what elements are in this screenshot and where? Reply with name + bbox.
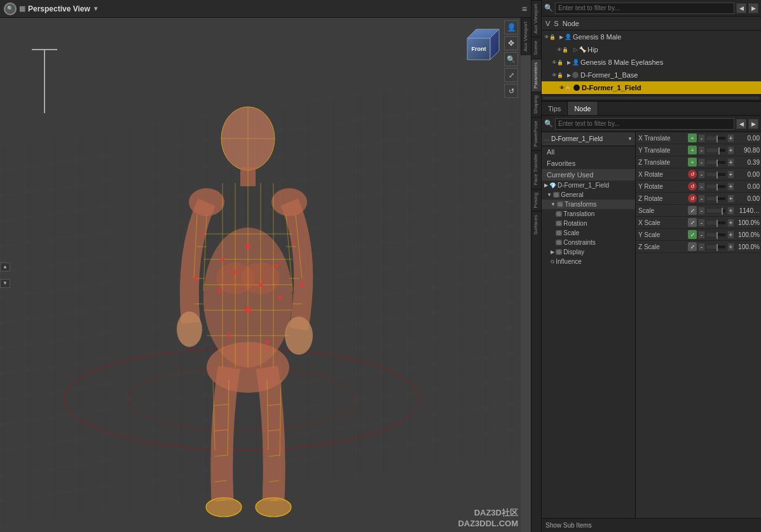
side-tab-aux-viewport[interactable]: Aux Viewport [531, 0, 541, 37]
scene-nav-right[interactable]: ▶ [748, 3, 758, 13]
lens-icon[interactable]: 🔍 [4, 3, 17, 15]
x-rotate-plus[interactable]: + [727, 170, 734, 179]
tree-scale[interactable]: G Scale [542, 228, 635, 238]
tree-root-node[interactable]: ▶ 💎 D-Former_1_Field [542, 181, 635, 190]
scale-label: Scale [637, 207, 687, 214]
y-translate-minus[interactable]: - [698, 146, 705, 154]
params-nav-right[interactable]: ▶ [748, 119, 758, 129]
z-translate-icon: + [688, 158, 697, 167]
tab-node[interactable]: Node [568, 102, 598, 115]
scale-plus[interactable]: + [727, 207, 734, 215]
x-scale-slider[interactable] [706, 221, 726, 225]
z-rotate-slider[interactable] [706, 196, 726, 201]
tree-constraints[interactable]: G Constraints [542, 238, 635, 247]
z-scale-plus[interactable]: + [727, 243, 734, 251]
hip-label: Hip [587, 46, 598, 53]
s-btn[interactable]: S [554, 20, 558, 27]
params-section: 🔍 ◀ ▶ … D-Former_1_Field [542, 116, 761, 532]
x-scale-minus[interactable]: - [698, 219, 705, 227]
vp-tool-search[interactable]: 🔍 [504, 52, 518, 66]
svg-point-56 [233, 270, 237, 274]
cat-currently-used[interactable]: Currently Used [542, 169, 635, 181]
y-rotate-minus[interactable]: - [698, 182, 705, 191]
scale-minus[interactable]: - [698, 207, 705, 215]
params-left-nav: … D-Former_1_Field ▼ All Favorites Curre… [542, 132, 636, 518]
vp-tool-rotate[interactable]: ↺ [504, 84, 518, 98]
y-scale-plus[interactable]: + [727, 231, 734, 239]
cat-favorites[interactable]: Favorites [542, 158, 635, 169]
y-scale-slider[interactable] [706, 233, 726, 237]
main-layout: 🔍 ▦ Perspective View ▼ ≡ Aux Viewport [0, 0, 761, 532]
x-translate-plus[interactable]: + [727, 134, 734, 142]
y-translate-slider[interactable] [706, 148, 726, 153]
x-rotate-slider[interactable] [706, 172, 726, 177]
filter-search-icon: 🔍 [544, 4, 553, 12]
x-translate-minus[interactable]: - [698, 134, 705, 142]
x-translate-slider[interactable] [706, 136, 726, 140]
side-tab-parameters[interactable]: Parameters [531, 58, 541, 92]
y-scale-icon: ⤢ [688, 230, 697, 239]
side-tab-surfaces[interactable]: Surfaces [531, 211, 541, 238]
tree-rotation[interactable]: G Rotation [542, 219, 635, 228]
svg-point-68 [300, 283, 304, 287]
svg-point-59 [227, 334, 231, 338]
scene-node-genesis8male[interactable]: 👁 🔒 ▶ 👤 Genesis 8 Male [542, 31, 761, 43]
v-btn[interactable]: V [545, 20, 550, 27]
scene-node-dformer-base[interactable]: 👁 🔒 ▶ D-Former_1_Base [542, 69, 761, 81]
params-right-panel: X Translate + - + 0.00 [636, 132, 761, 518]
z-scale-value: 100.0% [736, 243, 760, 250]
vsnode-header: V S Node [542, 17, 761, 31]
side-tab-face-transfer[interactable]: Face Transfer [531, 150, 541, 188]
tab-tips[interactable]: Tips [542, 102, 568, 115]
viewport-nav-up[interactable]: ▲ [0, 263, 10, 271]
z-translate-slider[interactable] [706, 160, 726, 165]
show-sub-items-btn[interactable]: Show Sub Items [545, 522, 592, 529]
scene-node-eyelashes[interactable]: 👁 🔒 ▶ 👤 Genesis 8 Male Eyelashes [542, 56, 761, 69]
viewport-menu-icon[interactable]: ≡ [522, 4, 527, 14]
z-translate-minus[interactable]: - [698, 158, 705, 167]
params-content: … D-Former_1_Field ▼ All Favorites Curre… [542, 132, 761, 518]
vp-tool-person[interactable]: 👤 [504, 20, 518, 34]
tree-display[interactable]: ▶ G Display [542, 247, 635, 257]
x-rotate-minus[interactable]: - [698, 170, 705, 179]
tree-transforms[interactable]: ▼ G Transforms [542, 200, 635, 209]
svg-point-63 [217, 289, 221, 293]
scene-filter-input[interactable] [555, 3, 734, 14]
viewport-nav-down[interactable]: ▼ [0, 279, 10, 288]
tree-translation[interactable]: G Translation [542, 209, 635, 219]
tree-general[interactable]: ▼ G General [542, 190, 635, 200]
x-rotate-value: 0.00 [736, 171, 760, 178]
y-scale-minus[interactable]: - [698, 231, 705, 239]
svg-point-64 [278, 296, 282, 299]
x-scale-plus[interactable]: + [727, 219, 734, 227]
z-scale-minus[interactable]: - [698, 243, 705, 251]
vp-tool-move[interactable]: ✥ [504, 36, 518, 50]
z-rotate-minus[interactable]: - [698, 194, 705, 203]
side-tab-shaping[interactable]: Shaping [531, 92, 541, 117]
y-rotate-slider[interactable] [706, 184, 726, 189]
tree-influence[interactable]: G Influence [542, 257, 635, 266]
scene-node-dformer-field[interactable]: 👁 🔒 D-Former_1_Field [542, 81, 761, 94]
prop-row-y-translate: Y Translate + - + 90.80 [636, 144, 761, 156]
cube-widget[interactable]: Front [458, 23, 502, 66]
scene-nav-left[interactable]: ◀ [736, 3, 746, 13]
side-tab-posing[interactable]: Posing [531, 189, 541, 211]
z-scale-slider[interactable] [706, 245, 726, 249]
svg-point-61 [221, 257, 224, 261]
params-filter-input[interactable] [555, 118, 734, 130]
viewport-dropdown-arrow[interactable]: ▼ [93, 5, 99, 12]
cat-all[interactable]: All [542, 146, 635, 158]
z-translate-plus[interactable]: + [727, 158, 734, 167]
y-rotate-plus[interactable]: + [727, 182, 734, 191]
z-rotate-plus[interactable]: + [727, 194, 734, 203]
side-tab-scene[interactable]: Scene [531, 37, 541, 58]
params-nav-left[interactable]: ◀ [736, 119, 746, 129]
vp-tool-expand[interactable]: ⤢ [504, 68, 518, 82]
params-selector[interactable]: … D-Former_1_Field ▼ [542, 132, 635, 146]
scene-node-hip[interactable]: 👁 🔒 ▷ 🦴 Hip [542, 43, 761, 56]
y-translate-plus[interactable]: + [727, 146, 734, 154]
scale-slider[interactable] [706, 208, 726, 213]
aux-viewport-tab[interactable]: Aux Viewport [521, 18, 531, 55]
side-tab-powerpose[interactable]: PowerPose [531, 117, 541, 150]
x-scale-value: 100.0% [736, 219, 760, 226]
